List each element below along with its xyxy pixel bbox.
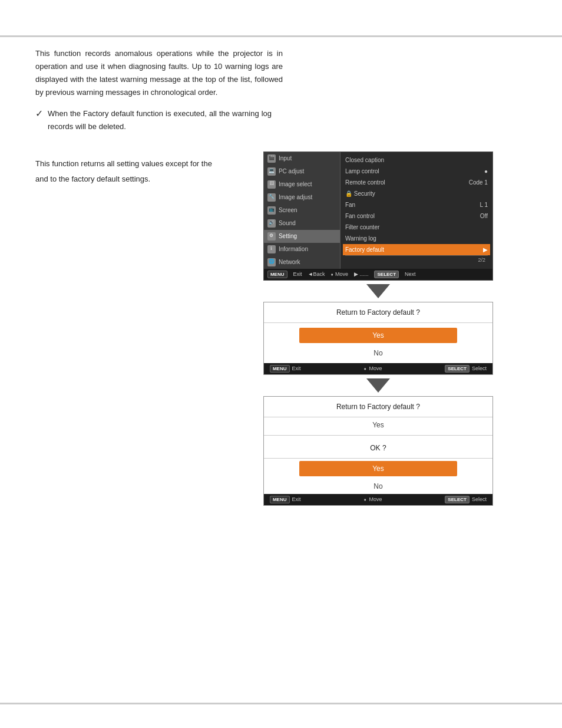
sound-label: Sound <box>279 219 296 228</box>
osd-columns: 🎬 Input 💻 PC adjust 🖼 Image select <box>264 152 492 269</box>
imageselect-icon: 🖼 <box>267 180 276 189</box>
imageadjust-label: Image adjust <box>279 193 312 202</box>
dialog1-exit-label: Exit <box>292 365 301 371</box>
dialog1-select-section: SELECT Select <box>445 365 487 373</box>
fan-control-label: Fan control <box>345 212 375 220</box>
osd-item-pcadjust: 💻 PC adjust <box>264 165 340 178</box>
dialog1-select-label: Select <box>472 365 487 371</box>
dialog2-exit-section: MENU Exit <box>270 496 301 503</box>
dialog1-title: Return to Factory default ? <box>264 302 492 323</box>
dialog2-move-icon: ⬧ <box>363 496 366 502</box>
osd-filter-counter: Filter counter <box>345 222 488 233</box>
osd-lamp-control: Lamp control ● <box>345 166 488 177</box>
osd-fan-control: Fan control Off <box>345 210 488 222</box>
filter-counter-label: Filter counter <box>345 223 379 232</box>
dialog2-move-section: ⬧ Move <box>363 496 382 502</box>
imageselect-label: Image select <box>279 180 312 189</box>
move-label: ⬧ Move <box>330 271 348 277</box>
pcadjust-label: PC adjust <box>279 167 304 176</box>
information-icon: ℹ <box>267 245 276 253</box>
closed-caption-label: Closed caption <box>345 156 384 164</box>
arrow-down-1 <box>366 284 390 298</box>
osd-warning-log: Warning log <box>345 233 488 244</box>
note-text: When the Factory default function is exe… <box>48 107 272 133</box>
remote-control-value: Code 1 <box>469 178 488 187</box>
osd-factory-default: Factory default ▶ <box>343 244 490 255</box>
screen-label: Screen <box>279 206 297 215</box>
fan-label: Fan <box>345 200 355 209</box>
warning-log-label: Warning log <box>345 234 376 243</box>
dialog1-move-icon: ⬧ <box>363 365 366 371</box>
arrow-down-2 <box>366 378 390 393</box>
back-label: ◄Back <box>308 271 325 277</box>
section2-intro: This function returns all setting values… <box>35 157 212 170</box>
input-label: Input <box>279 154 292 163</box>
osd-security: 🔒 Security <box>345 188 488 199</box>
dialog2-nav: MENU Exit ⬧ Move SELECT Select <box>264 494 492 505</box>
imageadjust-icon: 🔧 <box>267 193 276 202</box>
checkmark-note: ✓ When the Factory default function is e… <box>35 107 527 133</box>
next-dots: ▶ ...... <box>354 271 369 277</box>
dialog2-exit-label: Exit <box>292 496 301 502</box>
osd-fan: Fan L 1 <box>345 199 488 210</box>
dialog1-move-section: ⬧ Move <box>363 365 382 371</box>
dialog2-select-section: SELECT Select <box>445 496 487 503</box>
factory-default-label: Factory default <box>345 245 384 254</box>
dialog1-nav: MENU Exit ⬧ Move SELECT Select <box>264 363 492 374</box>
exit-label: Exit <box>293 271 302 277</box>
dialog2-title1: Return to Factory default ? <box>264 397 492 417</box>
dialog1-yes: Yes <box>299 328 457 343</box>
lamp-control-value: ● <box>484 167 488 176</box>
section2-sub: and to the factory default settings. <box>35 173 212 186</box>
osd-item-setting: ⚙ Setting <box>264 230 340 243</box>
osd-nav-bar: MENU Exit ◄Back ⬧ Move ▶ ...... SELECT N… <box>264 269 492 280</box>
dialog1: Return to Factory default ? Yes No MENU … <box>263 302 493 375</box>
dialog2-move-label: Move <box>369 496 382 502</box>
osd-page-number: 2/2 <box>345 255 488 264</box>
checkmark-icon: ✓ <box>35 108 43 119</box>
input-icon: 🎬 <box>267 154 276 163</box>
osd-menu: 🎬 Input 💻 PC adjust 🖼 Image select <box>263 151 493 281</box>
warning-log-section: This function records anomalous operatio… <box>35 47 527 134</box>
left-text: This function returns all setting values… <box>35 157 212 186</box>
osd-item-input: 🎬 Input <box>264 152 340 165</box>
dialog2-ok-title: OK ? <box>264 438 492 459</box>
fan-value: L 1 <box>480 200 488 209</box>
osd-item-screen: 📺 Screen <box>264 204 340 217</box>
dialog2-ok-no: No <box>264 479 492 494</box>
factory-default-arrow: ▶ <box>483 245 488 254</box>
fan-control-value: Off <box>480 212 488 220</box>
network-icon: 🌐 <box>267 258 276 266</box>
osd-remote-control: Remote control Code 1 <box>345 177 488 188</box>
right-diagrams: 🎬 Input 💻 PC adjust 🖼 Image select <box>230 151 527 506</box>
dialog1-no: No <box>264 345 492 361</box>
osd-item-imageselect: 🖼 Image select <box>264 178 340 191</box>
dialog2-select-label: Select <box>472 496 487 502</box>
dialog2-menu-btn: MENU <box>270 496 290 503</box>
dialog1-move-label: Move <box>369 365 382 371</box>
osd-item-network: 🌐 Network <box>264 256 340 269</box>
dialog1-exit-section: MENU Exit <box>270 365 301 373</box>
next-label: Next <box>405 271 416 277</box>
section1-description: This function records anomalous operatio… <box>35 47 283 99</box>
remote-control-label: Remote control <box>345 178 385 187</box>
dialog2-confirmed-yes: Yes <box>264 417 492 433</box>
top-border <box>0 35 562 37</box>
pcadjust-icon: 💻 <box>267 167 276 176</box>
lamp-control-label: Lamp control <box>345 167 379 176</box>
dialog2-ok-yes: Yes <box>299 461 457 476</box>
factory-default-section: This function returns all setting values… <box>35 157 527 506</box>
osd-item-sound: 🔊 Sound <box>264 217 340 230</box>
sound-icon: 🔊 <box>267 219 276 228</box>
network-label: Network <box>279 258 300 267</box>
menu-btn: MENU <box>267 271 287 278</box>
osd-item-information: ℹ Information <box>264 243 340 256</box>
setting-icon: ⚙ <box>267 232 276 241</box>
dialog2-select-btn: SELECT <box>445 496 470 503</box>
osd-right-column: Closed caption Lamp control ● Remote con… <box>340 152 492 269</box>
information-label: Information <box>279 245 308 254</box>
select-btn: SELECT <box>374 271 399 278</box>
bottom-border <box>0 703 562 704</box>
security-label: 🔒 Security <box>345 189 375 198</box>
setting-label: Setting <box>279 232 297 241</box>
